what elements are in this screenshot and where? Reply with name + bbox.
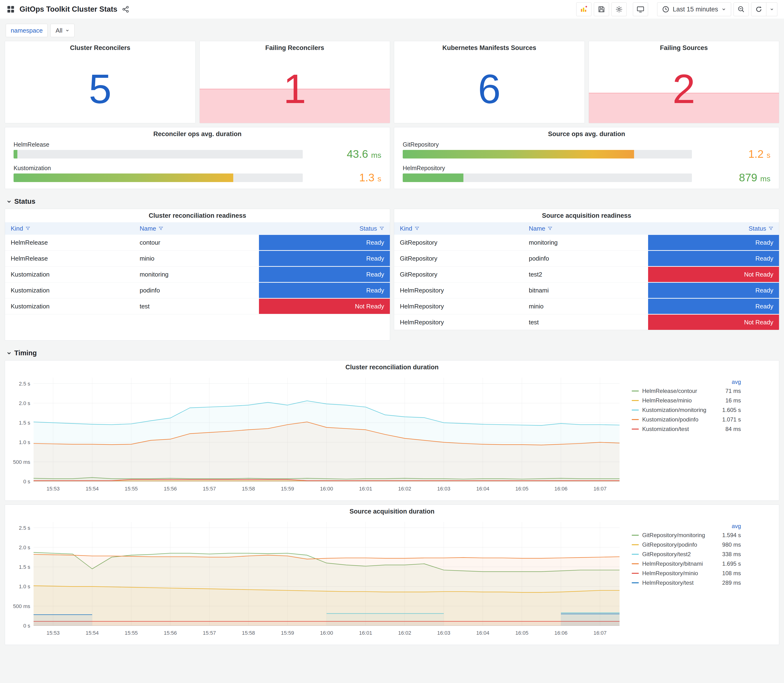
svg-text:2.0 s: 2.0 s	[19, 545, 30, 550]
section-chevron-icon	[6, 199, 12, 204]
section-timing[interactable]: Timing	[5, 344, 779, 360]
time-range-picker[interactable]: Last 15 minutes	[657, 2, 731, 16]
cell-kind: HelmRepository	[394, 282, 523, 298]
svg-text:16:00: 16:00	[320, 630, 333, 636]
svg-text:16:01: 16:01	[359, 630, 372, 636]
series-color-swatch	[632, 554, 639, 555]
svg-text:15:55: 15:55	[125, 486, 138, 492]
gauge-bar	[14, 173, 233, 182]
tv-mode-button[interactable]	[633, 2, 648, 16]
cell-kind: Kustomization	[5, 298, 134, 314]
table-row: KustomizationtestNot Ready	[5, 298, 390, 314]
panel-title[interactable]: Source acquisition duration	[5, 505, 779, 518]
cell-status: Ready	[259, 283, 390, 298]
stat-value: 5	[5, 55, 196, 123]
series-color-swatch	[632, 429, 639, 430]
series-name: HelmRelease/minio	[642, 397, 709, 404]
refresh-button[interactable]	[751, 2, 766, 16]
series-name: GitRepository/podinfo	[642, 541, 709, 548]
legend-header: avg	[632, 378, 741, 386]
zoom-out-button[interactable]	[734, 2, 749, 16]
panel-title[interactable]: Source acquisition readiness	[394, 209, 779, 222]
panel-cluster-reconciliation-duration: Cluster reconciliation duration 0 s500 m…	[5, 360, 779, 501]
svg-text:15:55: 15:55	[125, 630, 138, 636]
cell-status: Ready	[259, 251, 390, 266]
svg-text:15:53: 15:53	[46, 630, 60, 636]
panel-title[interactable]: Failing Reconcilers	[200, 41, 390, 55]
series-name: HelmRepository/bitnami	[642, 560, 709, 567]
legend-item[interactable]: Kustomization/monitoring1.605 s	[632, 405, 741, 415]
table-row: GitRepositorypodinfoReady	[394, 250, 779, 266]
column-header-status[interactable]: Status	[648, 222, 779, 235]
dashboards-icon[interactable]	[6, 5, 15, 13]
panel-title[interactable]: Source ops avg. duration	[394, 127, 779, 141]
svg-text:15:59: 15:59	[281, 486, 294, 492]
chevron-down-icon	[65, 28, 69, 33]
legend-item[interactable]: Kustomization/podinfo1.071 s	[632, 415, 741, 424]
panel-title[interactable]: Reconciler ops avg. duration	[5, 127, 390, 141]
refresh-interval-button[interactable]	[766, 2, 778, 16]
column-header-name[interactable]: Name	[523, 222, 648, 235]
series-color-swatch	[632, 400, 639, 401]
cell-name: minio	[523, 298, 648, 314]
gauge-bar	[403, 150, 634, 159]
cell-kind: HelmRelease	[5, 235, 134, 250]
panel-title[interactable]: Cluster reconciliation duration	[5, 361, 779, 374]
stat-row: Cluster Reconcilers 5 Failing Reconciler…	[5, 41, 779, 123]
legend-item[interactable]: GitRepository/monitoring1.594 s	[632, 531, 741, 540]
share-icon[interactable]	[122, 6, 129, 13]
column-header-status[interactable]: Status	[259, 222, 390, 235]
panel-title[interactable]: Failing Sources	[589, 41, 779, 55]
panel-title[interactable]: Kubernetes Manifests Sources	[394, 41, 585, 55]
page-title[interactable]: GitOps Toolkit Cluster Stats	[19, 5, 117, 14]
dashboard-settings-button[interactable]	[611, 2, 627, 16]
svg-text:15:54: 15:54	[86, 486, 99, 492]
legend-item[interactable]: HelmRepository/minio108 ms	[632, 569, 741, 578]
add-panel-button[interactable]	[576, 2, 592, 16]
gauge-track	[14, 173, 303, 182]
time-series-plot[interactable]: 0 s500 ms1.0 s1.5 s2.0 s2.5 s15:5315:541…	[7, 374, 622, 493]
cell-status: Ready	[648, 235, 779, 250]
svg-text:1.5 s: 1.5 s	[19, 420, 30, 426]
template-variables-row: namespace All	[0, 19, 784, 38]
time-series-plot[interactable]: 0 s500 ms1.0 s1.5 s2.0 s2.5 s15:5315:541…	[7, 518, 622, 637]
gauge-value: 1.3 s	[359, 171, 381, 184]
status-tables-row: Cluster reconciliation readiness Kind Na…	[5, 209, 779, 341]
series-avg-value: 1.605 s	[712, 407, 741, 414]
section-status[interactable]: Status	[5, 193, 779, 209]
panel-cluster-reconcilers: Cluster Reconcilers 5	[5, 41, 196, 123]
cell-status: Ready	[648, 299, 779, 314]
legend-item[interactable]: HelmRepository/bitnami1.695 s	[632, 559, 741, 569]
series-name: Kustomization/monitoring	[642, 407, 709, 414]
legend-item[interactable]: GitRepository/podinfo980 ms	[632, 540, 741, 550]
column-header-kind[interactable]: Kind	[5, 222, 134, 235]
table-body: HelmReleasecontourReadyHelmReleaseminioR…	[5, 235, 390, 314]
series-avg-value: 84 ms	[712, 426, 741, 433]
panel-title[interactable]: Cluster Reconcilers	[5, 41, 196, 55]
table-row: GitRepositorytest2Not Ready	[394, 266, 779, 282]
column-header-kind[interactable]: Kind	[394, 222, 523, 235]
cell-name: monitoring	[134, 266, 259, 282]
panel-title[interactable]: Cluster reconciliation readiness	[5, 209, 390, 222]
cell-name: test	[134, 298, 259, 314]
clock-icon	[662, 6, 669, 13]
svg-text:16:06: 16:06	[554, 486, 568, 492]
save-icon	[598, 6, 605, 13]
variable-namespace-select[interactable]: All	[50, 24, 74, 37]
legend-item[interactable]: HelmRelease/minio16 ms	[632, 396, 741, 405]
cell-status: Not Ready	[259, 299, 390, 314]
bar-gauge-helmrelease: HelmRelease 43.6 ms	[14, 141, 381, 159]
legend-item[interactable]: HelmRepository/test289 ms	[632, 578, 741, 588]
svg-text:16:02: 16:02	[398, 486, 411, 492]
table-row: KustomizationmonitoringReady	[5, 266, 390, 282]
table-row: GitRepositorymonitoringReady	[394, 235, 779, 250]
legend-item[interactable]: Kustomization/test84 ms	[632, 424, 741, 434]
column-header-name[interactable]: Name	[134, 222, 259, 235]
series-name: HelmRepository/test	[642, 579, 709, 586]
save-dashboard-button[interactable]	[594, 2, 609, 16]
legend-item[interactable]: HelmRelease/contour71 ms	[632, 386, 741, 396]
svg-text:16:03: 16:03	[437, 486, 450, 492]
svg-text:15:53: 15:53	[46, 486, 60, 492]
gauge-label: Kustomization	[14, 165, 381, 172]
legend-item[interactable]: GitRepository/test2338 ms	[632, 550, 741, 559]
